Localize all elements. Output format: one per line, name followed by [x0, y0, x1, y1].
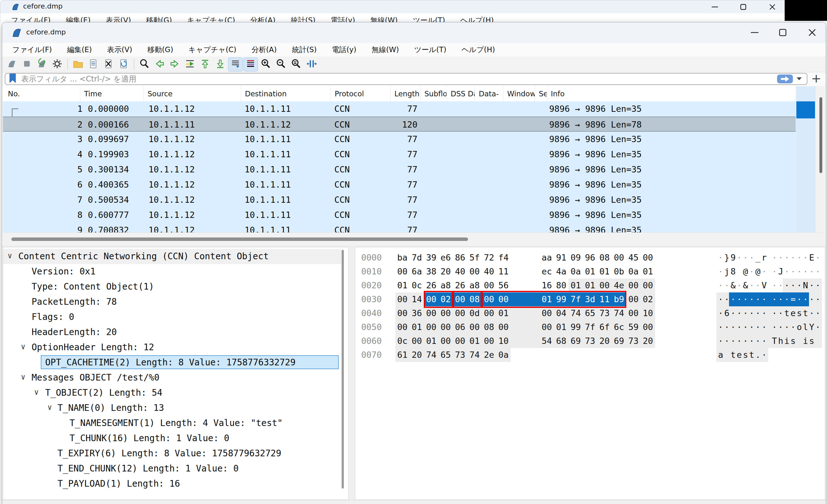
hex-byte[interactable]: 00 — [455, 306, 467, 320]
hex-byte[interactable]: f4 — [498, 251, 510, 265]
hex-byte[interactable]: ba — [397, 251, 408, 265]
ascii-char[interactable]: · — [755, 320, 761, 334]
hex-byte[interactable]: 73 — [585, 334, 596, 348]
hex-byte[interactable]: 26 — [426, 279, 437, 292]
hex-byte[interactable]: 01 — [412, 320, 423, 334]
ascii-char[interactable]: · — [761, 306, 768, 320]
hex-byte[interactable]: 59 — [628, 320, 640, 334]
ascii-char[interactable]: · — [796, 265, 803, 279]
ascii-char[interactable]: · — [717, 251, 724, 265]
ascii-char[interactable]: · — [784, 320, 790, 334]
column-header-subflow[interactable]: Subflow — [420, 86, 446, 101]
hex-byte[interactable]: 99 — [570, 320, 582, 334]
ascii-char[interactable]: s — [808, 334, 815, 348]
ascii-char[interactable]: · — [717, 334, 724, 348]
hex-byte[interactable]: e6 — [441, 251, 452, 265]
column-header-dss-da[interactable]: DSS Da — [446, 86, 475, 101]
column-header-source[interactable]: Source — [143, 86, 241, 101]
hex-byte[interactable]: 91 — [556, 251, 568, 265]
ascii-char[interactable]: h — [777, 334, 784, 348]
ascii-char[interactable]: _ — [755, 251, 761, 265]
ascii-char[interactable]: · — [771, 306, 778, 320]
ascii-char[interactable]: · — [748, 320, 755, 334]
column-header-data-[interactable]: Data- — [475, 86, 503, 101]
ascii-char[interactable]: V — [761, 279, 768, 292]
ascii-char[interactable]: s — [796, 306, 803, 320]
resize-columns-button[interactable] — [304, 57, 319, 71]
ascii-char[interactable]: r — [761, 251, 768, 265]
detail-pane-scrollbar-thumb[interactable] — [342, 250, 344, 489]
ascii-char[interactable]: · — [815, 320, 821, 334]
close-button[interactable] — [808, 28, 817, 37]
hex-byte[interactable]: 40 — [455, 265, 467, 279]
background-maximize-button[interactable] — [738, 2, 748, 12]
packet-list-horizontal-scrollbar-thumb[interactable] — [11, 237, 468, 241]
detail-tree-line[interactable]: T_EXPIRY(6) Length: 8 Value: 17587796327… — [3, 446, 341, 461]
hex-byte[interactable]: 00 — [426, 306, 437, 320]
find-packet-button[interactable] — [137, 57, 152, 71]
ascii-char[interactable]: l — [802, 320, 809, 334]
ascii-char[interactable]: · — [724, 279, 730, 292]
ascii-char[interactable]: · — [717, 265, 724, 279]
chevron-down-icon[interactable]: ∨ — [34, 385, 39, 400]
hex-byte[interactable]: a8 — [441, 279, 452, 292]
ascii-char[interactable]: · — [748, 292, 755, 306]
hex-byte[interactable]: 00 — [643, 251, 654, 265]
ascii-char[interactable]: · — [761, 348, 768, 362]
go-last-button[interactable] — [213, 57, 228, 71]
hex-byte[interactable]: 00 — [441, 334, 452, 348]
ascii-char[interactable]: · — [748, 265, 755, 279]
ascii-char[interactable]: · — [784, 265, 790, 279]
ascii-char[interactable]: · — [777, 279, 784, 292]
hex-byte[interactable]: 7d — [412, 251, 423, 265]
maximize-button[interactable] — [778, 28, 787, 37]
hex-byte[interactable]: 0b — [614, 265, 625, 279]
ascii-char[interactable]: · — [771, 320, 778, 334]
ascii-char[interactable]: · — [736, 251, 743, 265]
ascii-char[interactable]: · — [724, 334, 730, 348]
hex-byte[interactable]: 20 — [599, 334, 611, 348]
ascii-char[interactable]: · — [761, 292, 768, 306]
menu-item[interactable]: 編集(E) — [59, 43, 99, 57]
background-menu-item[interactable]: ファイル(F) — [3, 16, 58, 22]
ascii-char[interactable]: · — [761, 334, 768, 348]
hex-byte[interactable]: 72 — [484, 251, 495, 265]
add-filter-button[interactable]: + — [811, 72, 821, 84]
ascii-char[interactable]: · — [736, 306, 743, 320]
column-header-length[interactable]: Length — [390, 86, 420, 101]
ascii-char[interactable]: · — [736, 334, 743, 348]
ascii-char[interactable]: N — [802, 279, 809, 292]
ascii-char[interactable]: i — [802, 334, 809, 348]
hex-byte[interactable]: 01 — [570, 279, 582, 292]
display-filter-box[interactable] — [5, 73, 808, 85]
hex-byte[interactable]: 7f — [585, 320, 596, 334]
ascii-char[interactable]: · — [742, 320, 749, 334]
background-close-button[interactable] — [768, 2, 777, 12]
ascii-char[interactable]: · — [802, 265, 809, 279]
hex-byte[interactable]: 5f — [470, 251, 481, 265]
hex-byte[interactable]: 01 — [426, 334, 437, 348]
menu-item[interactable]: 分析(A) — [244, 43, 284, 57]
detail-tree-line[interactable]: HeaderLength: 20 — [3, 325, 341, 340]
ascii-char[interactable]: 9 — [730, 251, 736, 265]
detail-tree-line[interactable]: Flags: 0 — [3, 310, 341, 325]
capture-options-button[interactable] — [50, 57, 64, 71]
background-menu-item[interactable]: ヘルプ(H) — [453, 16, 501, 22]
column-header-time[interactable]: Time — [80, 86, 143, 101]
ascii-char[interactable]: t — [730, 348, 736, 362]
ascii-char[interactable]: · — [748, 306, 755, 320]
go-back-button[interactable] — [152, 57, 167, 71]
packet-row-7[interactable]: 70.50053410.1.1.1210.1.1.11CCN779896 → 9… — [3, 192, 796, 208]
ascii-char[interactable]: o — [796, 320, 803, 334]
menu-item[interactable]: ツール(T) — [407, 43, 454, 57]
hex-byte[interactable]: 6c — [614, 320, 625, 334]
ascii-char[interactable]: · — [755, 306, 761, 320]
ascii-char[interactable]: · — [802, 251, 809, 265]
menu-item[interactable]: ファイル(F) — [5, 43, 59, 57]
ascii-char[interactable]: · — [755, 292, 761, 306]
ascii-char[interactable]: · — [777, 306, 784, 320]
ascii-char[interactable]: @ — [742, 265, 749, 279]
hex-byte[interactable]: 01 — [585, 265, 596, 279]
menu-item[interactable]: キャプチャ(C) — [181, 43, 244, 57]
hex-byte[interactable]: 00 — [426, 320, 437, 334]
